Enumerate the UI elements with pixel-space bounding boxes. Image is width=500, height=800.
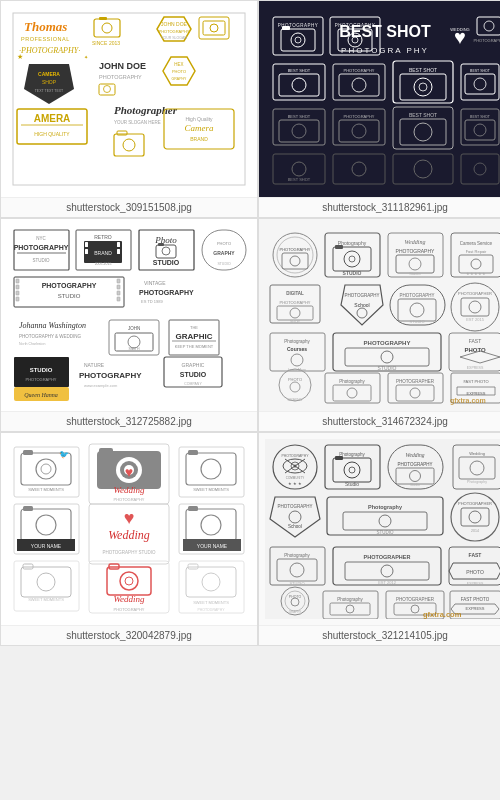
svg-text:GRAPHY: GRAPHY (289, 610, 302, 614)
svg-rect-139 (117, 297, 120, 301)
cell-6: PHOTOGRAPHY COMMUNITY ★ ★ ★ Photography … (258, 432, 500, 646)
svg-text:Photography: Photography (339, 452, 365, 457)
svg-text:COMPANY: COMPANY (184, 382, 202, 386)
svg-text:★ ★ ★: ★ ★ ★ (288, 482, 302, 486)
svg-text:Courses: Courses (287, 346, 307, 352)
svg-text:GRAPHY: GRAPHY (213, 250, 235, 256)
svg-text:VINTAGE: VINTAGE (144, 280, 166, 286)
svg-text:♥: ♥ (125, 464, 133, 480)
svg-text:BEST SHOT: BEST SHOT (288, 114, 311, 119)
svg-text:Photography: Photography (337, 597, 363, 602)
svg-rect-115 (85, 249, 88, 254)
svg-rect-318 (335, 456, 343, 460)
svg-text:·PHOTOGRAPHY·: ·PHOTOGRAPHY· (19, 46, 80, 55)
svg-text:SWEET MOMENTS: SWEET MOMENTS (28, 487, 64, 492)
svg-text:BEST SHOT: BEST SHOT (470, 115, 491, 119)
svg-text:BEST SHOT: BEST SHOT (339, 23, 431, 40)
svg-text:PHOTOGRAPHY: PHOTOGRAPHY (113, 607, 144, 612)
svg-text:KEEP THE MOMENT: KEEP THE MOMENT (175, 344, 214, 349)
svg-text:PHOTOGRAPHY: PHOTOGRAPHY (139, 289, 194, 296)
svg-text:Photography: Photography (368, 504, 403, 510)
svg-text:JOHN: JOHN (128, 326, 140, 331)
svg-text:School: School (288, 524, 302, 529)
svg-rect-133 (16, 285, 19, 289)
svg-text:Studio: Studio (345, 481, 359, 487)
svg-text:PHOTOGRAPHY & WEDDING: PHOTOGRAPHY & WEDDING (19, 334, 82, 339)
svg-text:www.example.com: www.example.com (84, 383, 118, 388)
svg-text:STUDIO: STUDIO (58, 293, 81, 299)
filename-6: shutterstock_321214105.jpg (259, 625, 500, 645)
svg-text:PHOTOGRAPHY: PHOTOGRAPHY (197, 608, 225, 612)
svg-text:STUDIO: STUDIO (30, 367, 53, 373)
svg-text:JOHN DOE: JOHN DOE (99, 61, 146, 71)
cell-2: PHOTOGRAPHY PHOTOGRAPHY BEST SHOT PHOTOG… (258, 0, 500, 218)
image-grid: Thomas PROFESSIONAL ·PHOTOGRAPHY· SINCE … (0, 0, 500, 646)
svg-text:Wedding: Wedding (405, 452, 424, 458)
svg-text:SWEET MOMENTS: SWEET MOMENTS (193, 600, 229, 605)
svg-text:SINCE: SINCE (92, 40, 108, 46)
svg-text:PHOTOGRAPHY: PHOTOGRAPHY (158, 29, 189, 34)
svg-text:Wedding: Wedding (469, 451, 485, 456)
image-svg-5: 🐦 SWEET MOMENTS ♥ Wedding PHOTOGRAPHY (9, 439, 249, 619)
svg-text:PHOTOGRAPHER: PHOTOGRAPHER (458, 291, 492, 296)
svg-rect-303 (265, 439, 500, 619)
svg-text:SHOP: SHOP (42, 79, 57, 85)
svg-text:JOHN DOE: JOHN DOE (161, 21, 188, 27)
svg-text:FAST: FAST (469, 552, 482, 558)
svg-rect-267 (188, 450, 198, 455)
svg-text:Photography: Photography (284, 553, 310, 558)
filename-3: shutterstock_312725882.jpg (1, 411, 257, 431)
svg-text:SHOP: SHOP (290, 320, 301, 324)
cell-5: 🐦 SWEET MOMENTS ♥ Wedding PHOTOGRAPHY (0, 432, 258, 646)
svg-rect-260 (99, 448, 113, 455)
filename-5: shutterstock_320042879.jpg (1, 625, 257, 645)
svg-text:Wedding: Wedding (113, 485, 145, 495)
svg-text:YOUR NAME: YOUR NAME (31, 543, 62, 549)
svg-text:PHOTOGRAPHY: PHOTOGRAPHY (364, 340, 411, 346)
filename-1: shutterstock_309151508.jpg (1, 197, 257, 217)
svg-text:PHOTOGRAPHY: PHOTOGRAPHY (99, 74, 142, 80)
svg-text:BEST SHOT: BEST SHOT (409, 67, 437, 73)
svg-rect-136 (117, 279, 120, 283)
svg-text:FAST PHOTO: FAST PHOTO (463, 379, 488, 384)
svg-text:PHOTOGRAPHER: PHOTOGRAPHER (364, 554, 411, 560)
svg-text:Wedding: Wedding (405, 239, 426, 245)
svg-text:PHOTOGRAPHY: PHOTOGRAPHY (14, 244, 69, 251)
svg-text:PHOTOGRAPHY: PHOTOGRAPHY (79, 371, 142, 380)
svg-text:2013: 2013 (109, 40, 120, 46)
svg-rect-132 (16, 279, 19, 283)
svg-text:★★★★★: ★★★★★ (466, 271, 486, 276)
svg-text:Photography: Photography (284, 339, 310, 344)
svg-rect-252 (23, 450, 33, 455)
svg-text:PHOTOGRAPHY: PHOTOGRAPHY (281, 454, 309, 458)
svg-text:PHOTOGRAPHY: PHOTOGRAPHY (398, 462, 433, 467)
svg-text:PHOTOGRAPHY: PHOTOGRAPHY (279, 247, 310, 252)
svg-text:PHOTOGRAPHY: PHOTOGRAPHY (25, 377, 56, 382)
svg-text:PHOTOGRAPHY: PHOTOGRAPHY (473, 38, 500, 43)
image-area-6: PHOTOGRAPHY COMMUNITY ★ ★ ★ Photography … (259, 433, 500, 625)
svg-text:PHOTO: PHOTO (217, 241, 231, 246)
svg-text:Johanna Washington: Johanna Washington (19, 321, 86, 330)
svg-text:Camera Service: Camera Service (460, 241, 493, 246)
svg-text:School: School (354, 302, 369, 308)
svg-text:EXPRESS: EXPRESS (466, 606, 485, 611)
svg-text:BEST SHOT: BEST SHOT (288, 68, 311, 73)
svg-text:♥: ♥ (124, 508, 135, 528)
svg-text:NYC: NYC (36, 236, 46, 241)
svg-text:★: ★ (17, 53, 23, 60)
image-area-2: PHOTOGRAPHY PHOTOGRAPHY BEST SHOT PHOTOG… (259, 1, 500, 197)
svg-rect-282 (188, 506, 198, 511)
svg-text:YOUR SLOGAN: YOUR SLOGAN (161, 36, 187, 40)
svg-text:PHOTOGRAPHY: PHOTOGRAPHY (400, 293, 435, 298)
svg-rect-116 (117, 242, 120, 247)
svg-text:🐦: 🐦 (59, 449, 69, 459)
svg-text:GRAPHY: GRAPHY (288, 398, 303, 402)
image-svg-3: NYC PHOTOGRAPHY STUDIO RETRO BRAND 2005-… (9, 225, 249, 405)
svg-text:BRAND: BRAND (94, 250, 112, 256)
svg-text:PHOTOGRAPHY: PHOTOGRAPHY (343, 68, 374, 73)
svg-text:PHOTOGRAPHY: PHOTOGRAPHY (396, 248, 435, 254)
svg-text:AMERA: AMERA (34, 113, 71, 124)
svg-text:PHOTO: PHOTO (172, 69, 186, 74)
svg-text:ES TD 1989: ES TD 1989 (141, 299, 163, 304)
svg-text:TEXT TEXT TEXT: TEXT TEXT TEXT (35, 89, 64, 93)
